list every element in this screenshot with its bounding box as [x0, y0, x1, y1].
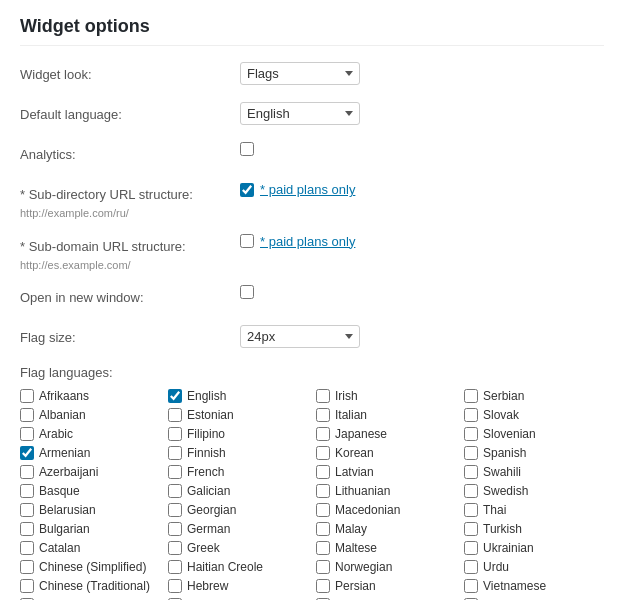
language-checkbox-vietnamese[interactable] [464, 579, 478, 593]
language-checkbox-haitian-creole[interactable] [168, 560, 182, 574]
language-checkbox-azerbaijani[interactable] [20, 465, 34, 479]
language-checkbox-belarusian[interactable] [20, 503, 34, 517]
language-checkbox-urdu[interactable] [464, 560, 478, 574]
language-label: Azerbaijani [39, 465, 98, 479]
language-label: Swedish [483, 484, 528, 498]
language-checkbox-galician[interactable] [168, 484, 182, 498]
language-checkbox-japanese[interactable] [316, 427, 330, 441]
language-checkbox-chinese-(simplified)[interactable] [20, 560, 34, 574]
language-checkbox-greek[interactable] [168, 541, 182, 555]
language-checkbox-bulgarian[interactable] [20, 522, 34, 536]
language-label: Galician [187, 484, 230, 498]
language-checkbox-spanish[interactable] [464, 446, 478, 460]
subdirectory-paid-link[interactable]: * paid plans only [260, 182, 355, 197]
list-item: Greek [168, 540, 308, 556]
widget-look-select[interactable]: Flags Dropdown List [240, 62, 360, 85]
language-checkbox-malay[interactable] [316, 522, 330, 536]
language-checkbox-latvian[interactable] [316, 465, 330, 479]
language-checkbox-basque[interactable] [20, 484, 34, 498]
list-item: Macedonian [316, 502, 456, 518]
language-checkbox-maltese[interactable] [316, 541, 330, 555]
subdomain-control: * paid plans only [240, 234, 604, 249]
list-item: Armenian [20, 445, 160, 461]
subdomain-checkbox[interactable] [240, 234, 254, 248]
language-label: Estonian [187, 408, 234, 422]
analytics-checkbox[interactable] [240, 142, 254, 156]
language-checkbox-persian[interactable] [316, 579, 330, 593]
list-item: Filipino [168, 426, 308, 442]
subdomain-label: * Sub-domain URL structure: http://es.ex… [20, 234, 240, 274]
list-item: Malay [316, 521, 456, 537]
language-checkbox-estonian[interactable] [168, 408, 182, 422]
language-checkbox-german[interactable] [168, 522, 182, 536]
language-checkbox-georgian[interactable] [168, 503, 182, 517]
language-label: Japanese [335, 427, 387, 441]
language-checkbox-norwegian[interactable] [316, 560, 330, 574]
language-checkbox-irish[interactable] [316, 389, 330, 403]
language-label: Basque [39, 484, 80, 498]
language-checkbox-afrikaans[interactable] [20, 389, 34, 403]
subdirectory-control: * paid plans only [240, 182, 604, 197]
list-item: French [168, 464, 308, 480]
language-checkbox-thai[interactable] [464, 503, 478, 517]
list-item: Estonian [168, 407, 308, 423]
language-checkbox-slovenian[interactable] [464, 427, 478, 441]
list-item: Swedish [464, 483, 604, 499]
language-label: Bulgarian [39, 522, 90, 536]
language-checkbox-armenian[interactable] [20, 446, 34, 460]
language-checkbox-catalan[interactable] [20, 541, 34, 555]
flag-size-label: Flag size: [20, 325, 240, 347]
analytics-control [240, 142, 604, 156]
language-checkbox-serbian[interactable] [464, 389, 478, 403]
list-item: Arabic [20, 426, 160, 442]
subdirectory-checkbox[interactable] [240, 183, 254, 197]
language-label: English [187, 389, 226, 403]
language-checkbox-arabic[interactable] [20, 427, 34, 441]
language-label: Finnish [187, 446, 226, 460]
language-label: Turkish [483, 522, 522, 536]
list-item: Irish [316, 388, 456, 404]
list-item: Slovak [464, 407, 604, 423]
language-label: Georgian [187, 503, 236, 517]
list-item: Ukrainian [464, 540, 604, 556]
flag-size-select[interactable]: 16px 20px 24px 32px [240, 325, 360, 348]
subdirectory-label: * Sub-directory URL structure: http://ex… [20, 182, 240, 222]
language-checkbox-english[interactable] [168, 389, 182, 403]
language-label: Slovenian [483, 427, 536, 441]
default-language-row: Default language: English Spanish French… [20, 102, 604, 130]
language-checkbox-slovak[interactable] [464, 408, 478, 422]
language-label: Afrikaans [39, 389, 89, 403]
list-item: Latvian [316, 464, 456, 480]
language-label: French [187, 465, 224, 479]
language-checkbox-french[interactable] [168, 465, 182, 479]
language-label: Hebrew [187, 579, 228, 593]
language-checkbox-albanian[interactable] [20, 408, 34, 422]
flag-languages-label: Flag languages: [20, 365, 604, 380]
list-item: German [168, 521, 308, 537]
list-item: Turkish [464, 521, 604, 537]
language-checkbox-chinese-(traditional)[interactable] [20, 579, 34, 593]
language-checkbox-swahili[interactable] [464, 465, 478, 479]
language-checkbox-lithuanian[interactable] [316, 484, 330, 498]
language-checkbox-finnish[interactable] [168, 446, 182, 460]
list-item: Norwegian [316, 559, 456, 575]
language-checkbox-filipino[interactable] [168, 427, 182, 441]
language-label: Korean [335, 446, 374, 460]
list-item: Hebrew [168, 578, 308, 594]
list-item: Chinese (Simplified) [20, 559, 160, 575]
language-checkbox-swedish[interactable] [464, 484, 478, 498]
subdomain-paid-link[interactable]: * paid plans only [260, 234, 355, 249]
language-checkbox-hebrew[interactable] [168, 579, 182, 593]
language-checkbox-italian[interactable] [316, 408, 330, 422]
list-item: Urdu [464, 559, 604, 575]
language-checkbox-korean[interactable] [316, 446, 330, 460]
new-window-checkbox[interactable] [240, 285, 254, 299]
language-checkbox-ukrainian[interactable] [464, 541, 478, 555]
widget-look-label: Widget look: [20, 62, 240, 84]
language-checkbox-turkish[interactable] [464, 522, 478, 536]
language-checkbox-macedonian[interactable] [316, 503, 330, 517]
list-item: Thai [464, 502, 604, 518]
language-label: Chinese (Traditional) [39, 579, 150, 593]
default-language-select[interactable]: English Spanish French German [240, 102, 360, 125]
language-label: Thai [483, 503, 506, 517]
